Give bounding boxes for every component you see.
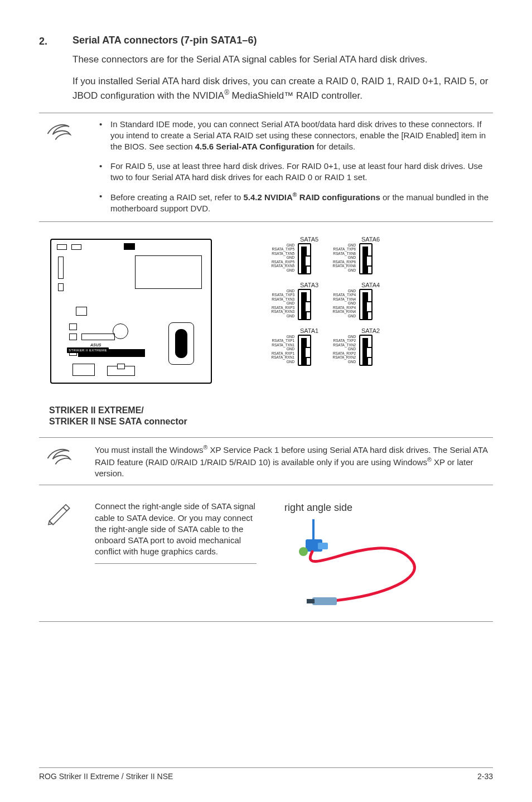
footer-right: 2-33 bbox=[477, 771, 493, 782]
pencil-icon bbox=[39, 501, 78, 530]
reg-mark: ® bbox=[224, 89, 229, 96]
note-block-2: You must install the Windows® XP Service… bbox=[39, 437, 493, 486]
conn-shape bbox=[298, 335, 311, 366]
sata-cable-icon bbox=[273, 517, 429, 612]
connector-group: SATA5 SATA6 GND RSATA_TXP5 RSATA_TXN5 GN… bbox=[240, 236, 396, 374]
conn-shape bbox=[359, 289, 373, 320]
reg-mark: ® bbox=[293, 191, 297, 198]
note-icon bbox=[39, 120, 78, 146]
note1-list: In Standard IDE mode, you can connect Se… bbox=[95, 119, 493, 215]
note1-item-1: In Standard IDE mode, you can connect Se… bbox=[95, 119, 493, 153]
board-model-label: STRIKER II EXTREME bbox=[67, 347, 109, 353]
paragraph-1: These connectors are for the Serial ATA … bbox=[72, 54, 493, 66]
n1b1-bold: 4.5.6 Serial-ATA Configuration bbox=[195, 142, 315, 151]
diagram-caption: STRIKER II EXTREME/ STRIKER II NSE SATA … bbox=[49, 405, 493, 427]
caption-l1: STRIKER II EXTREME/ bbox=[49, 405, 144, 415]
reg-mark: ® bbox=[427, 456, 432, 463]
section-title: Serial ATA connectors (7-pin SATA1–6) bbox=[72, 33, 493, 47]
conn-row-1: SATA3 SATA4 GND RSATA_TXP3 RSATA_TXN3 GN… bbox=[240, 282, 396, 328]
conn-title-r-2: SATA2 bbox=[361, 327, 380, 335]
conn-shape bbox=[298, 243, 311, 274]
pins-l-1: GND RSATA_TXP3 RSATA_TXN3 GND RSATA_RXP3… bbox=[251, 289, 296, 318]
cable-label: right angle side bbox=[284, 501, 493, 514]
connector-diagram: ASUS STRIKER II EXTREME SATA5 SATA6 GND … bbox=[39, 233, 396, 400]
note-block-1: In Standard IDE mode, you can connect Se… bbox=[39, 113, 493, 222]
paragraph-2: If you installed Serial ATA hard disk dr… bbox=[72, 75, 493, 103]
page-footer: ROG Striker II Extreme / Striker II NSE … bbox=[39, 767, 493, 782]
motherboard-outline: ASUS bbox=[50, 239, 212, 384]
p2-post: MediaShield™ RAID controller. bbox=[229, 90, 362, 101]
tip-block: Connect the right-angle side of SATA sig… bbox=[39, 495, 493, 621]
note1-item-3: Before creating a RAID set, refer to 5.4… bbox=[95, 191, 493, 215]
svg-point-3 bbox=[299, 547, 308, 556]
n1b3-pre: Before creating a RAID set, refer to bbox=[110, 192, 243, 202]
conn-shape bbox=[359, 335, 373, 366]
note1-item-2: For RAID 5, use at least three hard disk… bbox=[95, 161, 493, 183]
note-icon bbox=[39, 445, 78, 471]
conn-title-l-0: SATA5 bbox=[300, 235, 318, 244]
n2-pre: You must install the Windows bbox=[95, 445, 204, 455]
n1b3-bold: 5.4.2 NVIDIA® RAID configurations bbox=[243, 192, 380, 202]
pins-r-1: GND RSATA_TXP4 RSATA_TXN4 GND RSATA_RXP4… bbox=[312, 289, 357, 318]
conn-title-r-1: SATA4 bbox=[361, 281, 380, 289]
svg-rect-5 bbox=[307, 599, 315, 603]
tip-text: Connect the right-angle side of SATA sig… bbox=[95, 501, 257, 557]
pins-r-0: GND RSATA_TXP6 RSATA_TXN6 GND RSATA_RXP6… bbox=[312, 243, 357, 273]
conn-row-0: SATA5 SATA6 GND RSATA_TXP5 RSATA_TXN5 GN… bbox=[240, 236, 396, 282]
n1b1-post: for details. bbox=[315, 142, 355, 151]
svg-rect-2 bbox=[318, 543, 328, 549]
n1b3-bb: RAID configurations bbox=[297, 192, 380, 202]
conn-shape bbox=[298, 289, 311, 320]
pins-l-2: GND RSATA_TXP1 RSATA_TXN1 GND RSATA_RXP1… bbox=[251, 335, 296, 364]
n1b3-ba: 5.4.2 NVIDIA bbox=[243, 192, 292, 202]
svg-rect-4 bbox=[312, 597, 337, 605]
conn-shape bbox=[359, 243, 373, 274]
pins-l-0: GND RSATA_TXP5 RSATA_TXN5 GND RSATA_RXP5… bbox=[251, 243, 296, 273]
section-number: 2. bbox=[39, 35, 47, 48]
footer-left: ROG Striker II Extreme / Striker II NSE bbox=[39, 771, 173, 782]
conn-title-l-1: SATA3 bbox=[300, 281, 318, 289]
note2-text: You must install the Windows® XP Service… bbox=[95, 443, 493, 480]
cable-illustration: right angle side bbox=[273, 501, 493, 615]
pins-r-2: GND RSATA_TXP2 RSATA_TXN2 GND RSATA_RXP2… bbox=[312, 335, 357, 364]
conn-row-2: SATA1 SATA2 GND RSATA_TXP1 RSATA_TXN1 GN… bbox=[240, 328, 396, 374]
caption-l2: STRIKER II NSE SATA connector bbox=[49, 417, 187, 426]
conn-title-l-2: SATA1 bbox=[300, 327, 318, 335]
conn-title-r-0: SATA6 bbox=[361, 235, 380, 244]
